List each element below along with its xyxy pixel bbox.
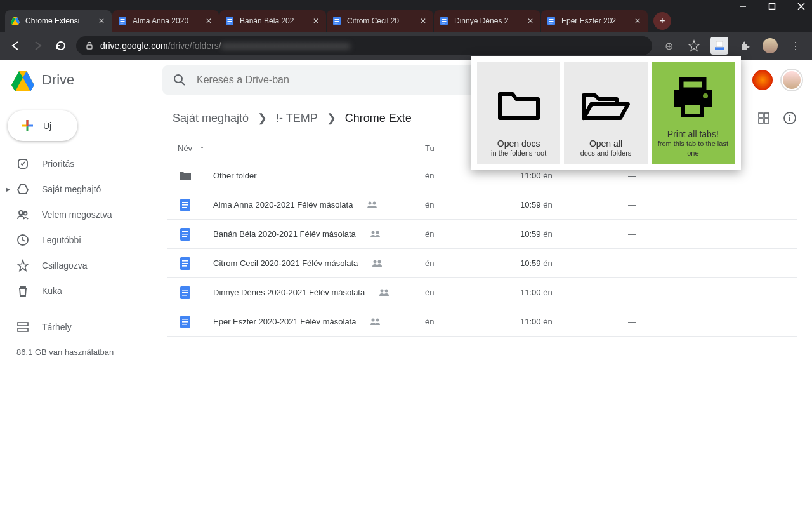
bookmark-star-icon[interactable]	[685, 37, 703, 55]
sidebar: Új PrioritásSaját meghajtóVelem megosztv…	[0, 100, 162, 508]
folder-icon	[494, 69, 544, 138]
ext-card-open-docs[interactable]: Open docs in the folder's root	[477, 62, 560, 164]
tab-close-button[interactable]: ✕	[311, 16, 321, 26]
file-row[interactable]: Alma Anna 2020-2021 Félév másolataén10:5…	[167, 190, 797, 220]
trash-icon	[16, 284, 29, 297]
svg-rect-47	[182, 202, 188, 203]
browser-tab[interactable]: Alma Anna 2020✕	[112, 10, 219, 32]
recent-icon	[16, 234, 29, 246]
file-modified: 11:00 én	[520, 171, 628, 180]
sort-arrow-up-icon[interactable]: ↑	[200, 144, 204, 153]
tab-title: Alma Anna 2020	[133, 17, 204, 25]
shared-icon	[379, 288, 390, 297]
storage-label: Tárhely	[42, 322, 72, 332]
browser-tab[interactable]: Dinnye Dénes 2✕	[434, 10, 540, 32]
svg-rect-38	[18, 328, 28, 331]
window-minimize-button[interactable]	[738, 2, 747, 11]
file-row[interactable]: Eper Eszter 2020-2021 Félév másolataén11…	[167, 307, 797, 337]
tab-close-button[interactable]: ✕	[418, 16, 428, 26]
sidebar-item-label: Kuka	[42, 286, 62, 296]
drive-product-name: Drive	[42, 72, 74, 88]
folder-icon	[178, 168, 193, 184]
forward-button[interactable]	[30, 38, 46, 53]
svg-point-69	[385, 289, 388, 292]
column-owner-label[interactable]: Tu	[425, 144, 435, 153]
zoom-add-icon[interactable]: ⊕	[660, 37, 678, 55]
browser-tab[interactable]: Banán Béla 202✕	[219, 10, 326, 32]
svg-rect-60	[182, 263, 188, 264]
extension-popup: Open docs in the folder's root Open all …	[471, 56, 741, 170]
file-owner: én	[425, 258, 520, 268]
breadcrumb-item[interactable]: !- TEMP	[276, 112, 318, 125]
sidebar-item-storage[interactable]: Tárhely	[0, 314, 162, 340]
extensions-puzzle-icon[interactable]	[736, 37, 754, 55]
info-icon[interactable]	[783, 111, 797, 125]
account-avatar[interactable]	[782, 70, 802, 90]
doc-icon	[178, 285, 193, 300]
tab-strip: Chrome Extensi✕Alma Anna 2020✕Banán Béla…	[0, 10, 812, 32]
docs-favicon-icon	[439, 16, 449, 26]
svg-point-68	[381, 289, 384, 292]
ext-card-sub: docs and folders	[580, 149, 632, 157]
drive-logo[interactable]: Drive	[10, 67, 157, 93]
back-button[interactable]	[8, 38, 23, 53]
extension-drive-icon[interactable]	[710, 37, 728, 55]
file-size: —	[628, 288, 666, 297]
sidebar-item[interactable]: Csillagozva	[0, 253, 162, 278]
svg-rect-18	[442, 21, 447, 22]
priority-icon	[16, 157, 29, 170]
window-maximize-button[interactable]	[768, 2, 776, 11]
svg-rect-76	[681, 79, 704, 90]
profile-avatar[interactable]	[761, 37, 779, 55]
svg-rect-13	[335, 19, 339, 20]
browser-tab[interactable]: Citrom Cecil 20✕	[327, 10, 433, 32]
file-owner: én	[425, 171, 520, 180]
sidebar-item[interactable]: Velem megosztva	[0, 202, 162, 227]
svg-rect-22	[549, 21, 554, 22]
tab-close-button[interactable]: ✕	[96, 16, 107, 26]
breadcrumb-item[interactable]: Saját meghajtó	[173, 112, 249, 125]
tab-title: Eper Eszter 202	[561, 17, 632, 25]
sidebar-item[interactable]: Kuka	[0, 278, 162, 304]
svg-rect-55	[182, 236, 187, 237]
new-button[interactable]: Új	[8, 110, 77, 141]
chevron-right-icon: ❯	[327, 111, 336, 125]
grid-view-icon[interactable]	[757, 112, 770, 124]
file-row[interactable]: Citrom Cecil 2020-2021 Félév másolataén1…	[167, 249, 797, 278]
sidebar-item-label: Saját meghajtó	[42, 184, 101, 194]
file-name: Eper Eszter 2020-2021 Félév másolata	[213, 317, 356, 326]
file-row[interactable]: Dinnye Dénes 2020-2021 Félév másolataén1…	[167, 278, 797, 307]
sidebar-item[interactable]: Legutóbbi	[0, 227, 162, 253]
svg-rect-42	[764, 119, 769, 123]
file-name: Banán Béla 2020-2021 Félév másolata	[213, 229, 356, 239]
svg-rect-48	[182, 204, 188, 206]
sidebar-item[interactable]: Saját meghajtó	[0, 177, 162, 202]
chrome-menu-button[interactable]: ⋮	[787, 37, 804, 55]
app-icon-1[interactable]	[752, 70, 773, 90]
file-row[interactable]: Banán Béla 2020-2021 Félév másolataén10:…	[167, 220, 797, 249]
doc-icon	[178, 197, 193, 213]
tab-close-button[interactable]: ✕	[204, 16, 214, 26]
sidebar-item-label: Prioritás	[42, 159, 74, 169]
tab-close-button[interactable]: ✕	[525, 16, 535, 26]
sidebar-item[interactable]: Prioritás	[0, 151, 162, 177]
breadcrumb-item-current[interactable]: Chrome Exte	[345, 112, 412, 125]
svg-rect-49	[182, 207, 187, 208]
browser-tab[interactable]: Chrome Extensi✕	[5, 10, 112, 32]
tab-close-button[interactable]: ✕	[632, 16, 643, 26]
ext-card-sub: in the folder's root	[491, 149, 546, 157]
file-size: —	[628, 200, 666, 210]
window-close-button[interactable]	[797, 2, 806, 11]
reload-button[interactable]	[53, 38, 69, 53]
ext-card-open-all[interactable]: Open all docs and folders	[564, 62, 647, 164]
column-name-label[interactable]: Név	[178, 144, 192, 153]
svg-rect-73	[182, 324, 187, 325]
lock-icon	[85, 41, 94, 50]
new-tab-button[interactable]: +	[653, 12, 671, 30]
omnibox[interactable]: drive.google.com/drive/folders/xxxxxxxxx…	[76, 36, 652, 55]
ext-card-print-all[interactable]: Print all tabs! from this tab to the las…	[652, 62, 735, 164]
svg-rect-6	[121, 21, 125, 22]
file-size: —	[628, 229, 666, 239]
browser-tab[interactable]: Eper Eszter 202✕	[541, 10, 648, 32]
ext-card-title: Print all tabs!	[667, 129, 719, 139]
